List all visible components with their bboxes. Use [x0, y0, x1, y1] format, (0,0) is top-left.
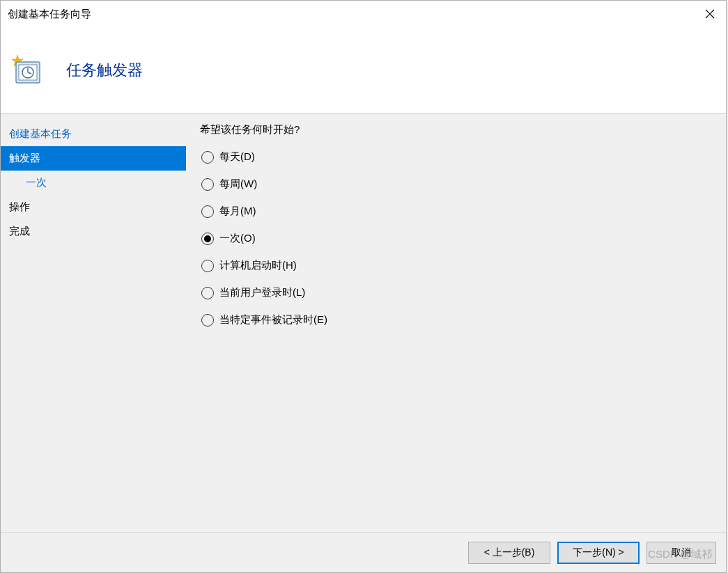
- radio-icon: [201, 233, 214, 245]
- back-button[interactable]: < 上一步(B): [468, 542, 550, 564]
- sidebar-step-1[interactable]: 触发器: [1, 146, 186, 171]
- trigger-option-1[interactable]: 每周(W): [201, 178, 712, 191]
- task-scheduler-icon: [10, 54, 44, 87]
- window-title: 创建基本任务向导: [8, 8, 91, 21]
- cancel-button[interactable]: 取消: [646, 542, 716, 564]
- sidebar-step-2[interactable]: 一次: [1, 171, 186, 195]
- close-icon: [705, 9, 715, 19]
- radio-icon: [201, 260, 214, 272]
- radio-icon: [201, 205, 214, 218]
- radio-label: 计算机启动时(H): [219, 259, 297, 272]
- next-button[interactable]: 下一步(N) >: [557, 542, 640, 564]
- wizard-body: 创建基本任务触发器一次操作完成 希望该任务何时开始? 每天(D)每周(W)每月(…: [1, 113, 726, 532]
- radio-icon: [201, 314, 214, 327]
- close-button[interactable]: [694, 1, 726, 27]
- radio-icon: [201, 178, 214, 191]
- sidebar-step-3[interactable]: 操作: [1, 195, 186, 219]
- trigger-option-2[interactable]: 每月(M): [201, 205, 712, 218]
- radio-icon: [201, 287, 214, 299]
- trigger-radio-group: 每天(D)每周(W)每月(M)一次(O)计算机启动时(H)当前用户登录时(L)当…: [200, 150, 712, 327]
- wizard-footer: < 上一步(B) 下一步(N) > 取消: [1, 532, 726, 572]
- wizard-header: 任务触发器: [1, 27, 726, 113]
- sidebar-step-4[interactable]: 完成: [1, 219, 186, 244]
- wizard-dialog: 创建基本任务向导 任务触发器 创建基本任务触发器一次操作完成 希望该任务何时开始…: [0, 0, 727, 573]
- radio-label: 当特定事件被记录时(E): [219, 313, 327, 327]
- page-title: 任务触发器: [66, 60, 143, 81]
- radio-label: 每月(M): [219, 205, 256, 218]
- titlebar: 创建基本任务向导: [1, 1, 726, 27]
- trigger-prompt: 希望该任务何时开始?: [200, 123, 712, 136]
- trigger-option-6[interactable]: 当特定事件被记录时(E): [201, 313, 712, 327]
- trigger-option-5[interactable]: 当前用户登录时(L): [201, 286, 712, 299]
- radio-label: 一次(O): [219, 232, 256, 245]
- trigger-option-3[interactable]: 一次(O): [201, 232, 712, 245]
- radio-icon: [201, 151, 214, 164]
- radio-label: 每周(W): [219, 178, 257, 191]
- wizard-steps-sidebar: 创建基本任务触发器一次操作完成: [1, 113, 186, 532]
- radio-label: 当前用户登录时(L): [219, 286, 305, 299]
- trigger-option-0[interactable]: 每天(D): [201, 150, 712, 164]
- trigger-option-4[interactable]: 计算机启动时(H): [201, 259, 712, 272]
- sidebar-step-0[interactable]: 创建基本任务: [1, 122, 186, 146]
- wizard-content: 希望该任务何时开始? 每天(D)每周(W)每月(M)一次(O)计算机启动时(H)…: [186, 113, 726, 532]
- radio-label: 每天(D): [219, 150, 255, 164]
